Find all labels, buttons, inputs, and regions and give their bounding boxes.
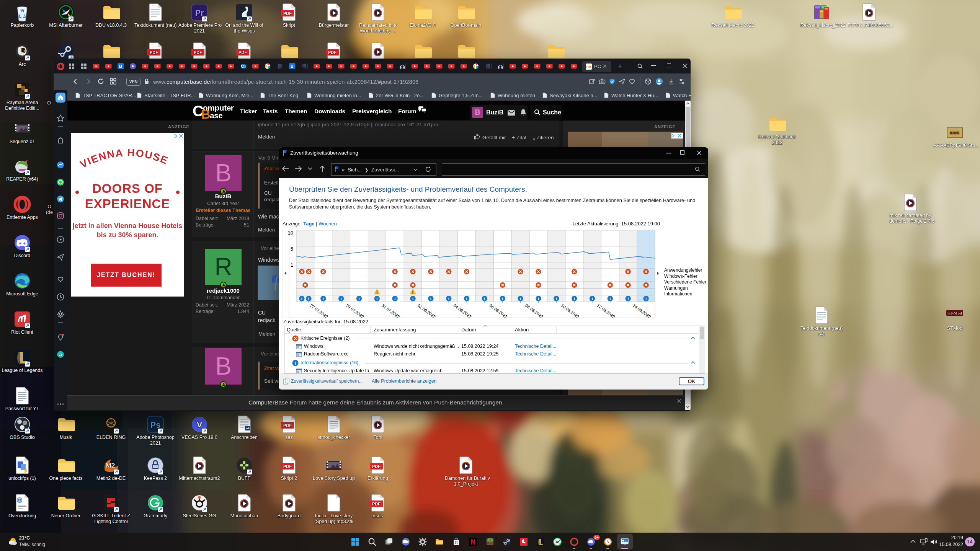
svg-text:i: i	[448, 296, 449, 301]
svg-text:CB: CB	[586, 65, 591, 69]
svg-text:5: 5	[291, 246, 293, 252]
svg-text:i: i	[574, 296, 575, 301]
svg-text:i: i	[466, 296, 467, 301]
svg-text:B: B	[119, 64, 122, 68]
svg-text:i: i	[430, 296, 431, 301]
svg-text:a: a	[59, 352, 62, 357]
svg-text:1: 1	[291, 262, 293, 268]
svg-text:i: i	[341, 296, 342, 301]
svg-text:i: i	[376, 296, 377, 301]
svg-text:i: i	[627, 296, 629, 301]
svg-text:i: i	[394, 296, 395, 301]
svg-text:i: i	[301, 296, 302, 301]
svg-text:i: i	[502, 296, 503, 301]
svg-text:i: i	[295, 360, 296, 365]
svg-text:10: 10	[288, 230, 293, 236]
svg-text:i: i	[645, 296, 647, 301]
svg-text:i: i	[358, 296, 359, 301]
svg-text:i: i	[609, 296, 611, 301]
svg-text:i: i	[484, 296, 485, 301]
svg-text:i: i	[412, 296, 413, 301]
svg-text:i: i	[556, 296, 557, 301]
svg-text:VIENNA HOUSE: VIENNA HOUSE	[78, 147, 170, 170]
svg-text:i: i	[538, 296, 539, 301]
svg-text:i: i	[591, 296, 593, 301]
svg-text:i: i	[308, 296, 309, 301]
svg-text:i: i	[520, 296, 521, 301]
svg-text:i: i	[323, 296, 324, 301]
svg-text:B: B	[291, 64, 294, 68]
